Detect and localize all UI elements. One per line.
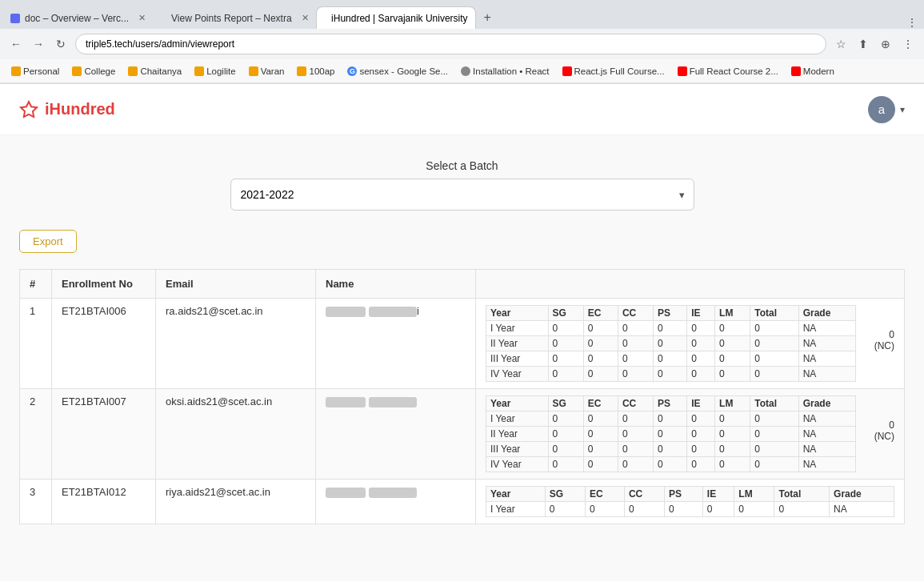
inner-col-header: LM — [734, 487, 774, 502]
inner-table-row: III Year0000000NA — [486, 442, 856, 457]
new-tab-button[interactable]: + — [476, 6, 498, 29]
bookmark-yt3-icon — [791, 66, 801, 76]
inner-cell: 0 — [687, 351, 715, 367]
bookmark-100ap[interactable]: 100ap — [292, 65, 339, 78]
table-row: 3ET21BTAI012riya.aids21@scet.ac.in YearS… — [20, 480, 905, 524]
cell-num: 3 — [20, 480, 52, 524]
inner-cell: 0 — [583, 351, 618, 367]
cell-name — [316, 389, 476, 480]
bookmark-100ap-label: 100ap — [309, 66, 334, 76]
col-header-email: Email — [156, 270, 316, 299]
inner-cell: IV Year — [486, 367, 549, 382]
bookmark-chaitanya[interactable]: Chaitanya — [123, 65, 186, 78]
bookmark-college-label: College — [84, 66, 115, 76]
inner-cell: I Year — [486, 321, 549, 336]
inner-col-header: IE — [687, 306, 715, 321]
reload-button[interactable]: ↻ — [53, 36, 69, 52]
inner-col-header: Total — [750, 396, 798, 411]
inner-table-row: II Year0000000NA — [486, 427, 856, 442]
inner-cell: I Year — [486, 411, 549, 427]
inner-cell: 0 — [715, 321, 750, 336]
bookmark-personal-label: Personal — [23, 66, 59, 76]
header-right: a ▾ — [868, 96, 905, 123]
inner-col-header: Total — [774, 487, 830, 502]
cell-name — [316, 480, 476, 524]
inner-col-header: CC — [624, 487, 664, 502]
forward-button[interactable]: → — [30, 36, 46, 52]
bookmark-personal[interactable]: Personal — [6, 65, 64, 78]
bookmark-installation-react[interactable]: Installation • React — [456, 65, 554, 78]
bookmark-reactjs-course[interactable]: React.js Full Course... — [558, 65, 670, 78]
inner-cell: 0 — [750, 427, 798, 442]
tab-close-doc[interactable]: ✕ — [138, 13, 146, 23]
bookmark-folder-icon — [249, 66, 258, 76]
inner-cell: 0 — [583, 367, 618, 382]
inner-table-row: IV Year0000000NA — [486, 457, 856, 472]
inner-cell: 0 — [654, 367, 687, 382]
user-menu-chevron[interactable]: ▾ — [900, 104, 905, 115]
bookmark-varan-label: Varan — [261, 66, 285, 76]
bookmark-full-react[interactable]: Full React Course 2... — [673, 65, 783, 78]
inner-col-header: SG — [548, 396, 583, 411]
inner-cell: 0 — [715, 427, 750, 442]
inner-cell: 0 — [715, 336, 750, 351]
batch-select[interactable]: 2021-2022 2020-2021 2022-2023 — [230, 179, 694, 211]
share-icon[interactable]: ⬆ — [855, 36, 871, 52]
inner-cell: III Year — [486, 442, 549, 457]
bookmark-modern[interactable]: Modern — [786, 65, 839, 78]
bookmark-react-icon — [461, 66, 470, 76]
inner-col-header: EC — [583, 306, 618, 321]
inner-cell: 0 — [583, 411, 618, 427]
col-header-num: # — [20, 270, 52, 299]
inner-cell: 0 — [715, 351, 750, 367]
bookmark-logilite-label: Logilite — [206, 66, 235, 76]
bookmark-sensex-label: sensex - Google Se... — [359, 66, 448, 76]
svg-marker-0 — [21, 102, 37, 117]
browser-chrome: doc – Overview – Verc... ✕ View Points R… — [0, 0, 924, 84]
bookmark-modern-label: Modern — [803, 66, 834, 76]
inner-col-header: Grade — [798, 306, 855, 321]
inner-cell: NA — [830, 502, 894, 517]
bookmark-sensex[interactable]: G sensex - Google Se... — [342, 65, 453, 78]
tab-ihundred[interactable]: iHundred | Sarvajanik University ✕ — [316, 6, 476, 29]
inner-cell: II Year — [486, 336, 549, 351]
inner-table-row: IV Year0000000NA — [486, 367, 856, 382]
inner-table-row: I Year0000000NA — [486, 321, 856, 336]
user-avatar[interactable]: a — [868, 96, 895, 123]
tab-nextra[interactable]: View Points Report – Nextra ✕ — [156, 6, 316, 29]
col-header-scores — [476, 270, 905, 299]
export-button[interactable]: Export — [19, 230, 77, 253]
inner-cell: 0 — [654, 351, 687, 367]
inner-cell: 0 — [548, 351, 583, 367]
inner-col-header: PS — [654, 306, 687, 321]
inner-cell: 0 — [618, 351, 653, 367]
bookmark-varan[interactable]: Varan — [244, 65, 290, 78]
inner-cell: III Year — [486, 351, 549, 367]
inner-cell: 0 — [687, 457, 715, 472]
bookmark-college[interactable]: College — [67, 65, 120, 78]
back-button[interactable]: ← — [8, 36, 24, 52]
tab-doc[interactable]: doc – Overview – Verc... ✕ — [0, 6, 156, 29]
inner-cell: 0 — [618, 321, 653, 336]
window-controls[interactable]: ⋮ — [906, 16, 924, 29]
zoom-icon[interactable]: ⊕ — [878, 36, 894, 52]
inner-col-header: Year — [486, 396, 549, 411]
bookmark-logilite[interactable]: Logilite — [190, 65, 240, 78]
logo[interactable]: iHundred — [19, 100, 115, 119]
inner-cell: 0 — [548, 457, 583, 472]
address-input[interactable] — [75, 34, 826, 54]
inner-col-header: SG — [548, 306, 583, 321]
cell-enrollment: ET21BTAI006 — [52, 299, 156, 389]
inner-cell: 0 — [618, 367, 653, 382]
col-header-enrollment: Enrollment No — [52, 270, 156, 299]
tab-close-nextra[interactable]: ✕ — [302, 13, 309, 23]
bookmark-star-icon[interactable]: ☆ — [833, 36, 849, 52]
menu-icon[interactable]: ⋮ — [900, 36, 916, 52]
inner-col-header: EC — [585, 487, 624, 502]
logo-star-icon — [19, 100, 38, 119]
bookmark-folder-icon — [11, 66, 21, 76]
inner-cell: 0 — [715, 367, 750, 382]
inner-cell: NA — [798, 457, 855, 472]
inner-col-header: SG — [545, 487, 585, 502]
bookmark-folder-icon — [297, 66, 306, 76]
